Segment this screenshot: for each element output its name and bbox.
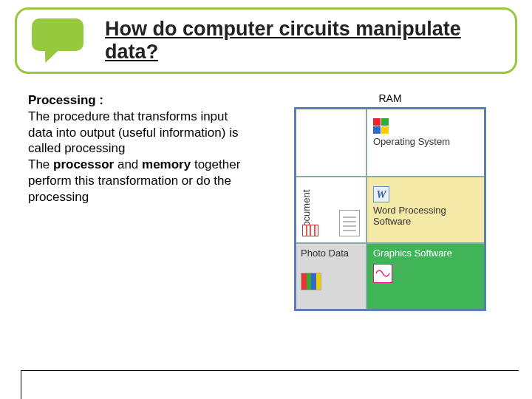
ram-row-1: Operating System bbox=[296, 109, 484, 176]
ram-row-3: Photo Data Graphics Software bbox=[296, 242, 484, 309]
cell-document: Document bbox=[296, 177, 367, 242]
cell-empty bbox=[296, 109, 367, 176]
footer-rule bbox=[21, 370, 519, 371]
page-title: How do computer circuits manipulate data… bbox=[105, 18, 515, 64]
cell-graphics: Graphics Software bbox=[367, 244, 484, 309]
section-heading: Processing : bbox=[28, 93, 103, 107]
ram-box: Operating System Document W bbox=[294, 107, 486, 311]
ram-diagram: RAM Operating System bbox=[294, 92, 486, 311]
bold-memory: memory bbox=[142, 157, 191, 171]
cell-os: Operating System bbox=[367, 109, 484, 176]
title-header: How do computer circuits manipulate data… bbox=[15, 7, 517, 74]
footer-tick bbox=[21, 371, 21, 399]
word-app-icon: W bbox=[373, 186, 389, 202]
cell-word: W Word Processing Software bbox=[367, 177, 484, 242]
ram-row-2: Document W Word Processing Software bbox=[296, 176, 484, 242]
text-column: Processing : The procedure that transfor… bbox=[28, 92, 250, 311]
paragraph-2-part-a: The bbox=[28, 157, 53, 171]
document-icon bbox=[339, 210, 360, 236]
bold-processor: processor bbox=[53, 157, 114, 171]
paragraph-2-part-c: and bbox=[114, 157, 142, 171]
cell-word-label: Word Processing Software bbox=[373, 205, 478, 228]
photo-data-icon bbox=[301, 273, 321, 290]
speech-bubble-icon bbox=[32, 18, 90, 63]
cell-graphics-label: Graphics Software bbox=[373, 248, 478, 259]
graphics-app-icon bbox=[373, 264, 392, 283]
ram-label: RAM bbox=[294, 92, 486, 104]
cell-os-label: Operating System bbox=[373, 137, 478, 148]
content-body: Processing : The procedure that transfor… bbox=[28, 92, 501, 311]
windows-logo-icon bbox=[373, 118, 478, 134]
paragraph-1: The procedure that transforms input data… bbox=[28, 109, 238, 156]
cell-photo: Photo Data bbox=[296, 244, 367, 309]
cell-photo-label: Photo Data bbox=[301, 248, 361, 259]
